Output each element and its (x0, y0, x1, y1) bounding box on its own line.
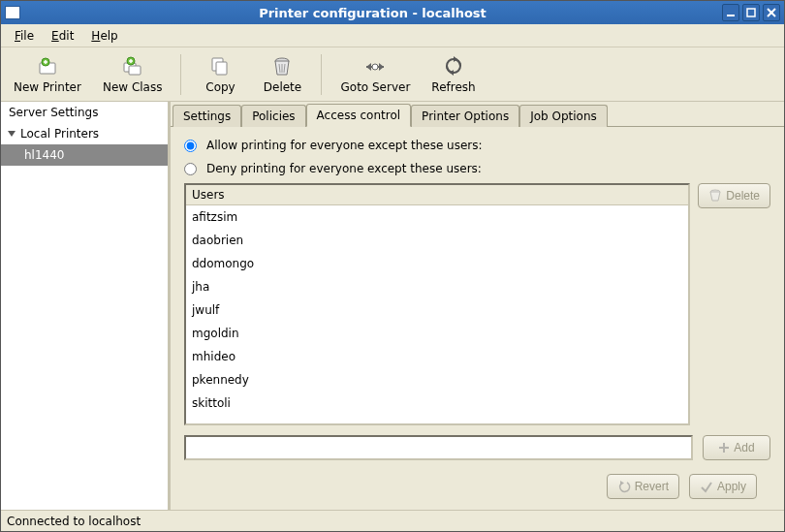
sidebar-item-printer[interactable]: hl1440 (1, 144, 168, 166)
trash-icon (708, 189, 722, 203)
trash-icon (271, 55, 293, 78)
copy-button[interactable]: Copy (191, 50, 249, 99)
tab-access-control[interactable]: Access control (306, 104, 412, 127)
delete-button-toolbar[interactable]: Delete (253, 50, 311, 99)
menu-bar: File Edit Help (1, 24, 784, 47)
tab-printer-options[interactable]: Printer Options (411, 105, 519, 127)
copy-label: Copy (205, 80, 235, 94)
new-class-button[interactable]: New Class (94, 50, 172, 99)
new-printer-button[interactable]: New Printer (5, 50, 90, 99)
revert-label: Revert (635, 480, 669, 493)
users-header: Users (186, 185, 688, 205)
revert-button[interactable]: Revert (607, 474, 679, 499)
copy-icon (209, 55, 231, 78)
user-row[interactable]: mhideo (186, 345, 688, 368)
user-row[interactable]: skittoli (186, 391, 688, 415)
toolbar-separator (321, 54, 322, 95)
toolbar-separator (180, 54, 181, 95)
menu-file[interactable]: File (9, 27, 40, 45)
user-row[interactable]: mgoldin (186, 322, 688, 345)
minimize-icon (726, 8, 736, 17)
tab-job-options[interactable]: Job Options (519, 105, 608, 127)
tab-settings[interactable]: Settings (173, 105, 241, 127)
new-class-icon (122, 55, 143, 78)
user-row[interactable]: jwulf (186, 298, 688, 322)
allow-radio-row[interactable]: Allow printing for everyone except these… (184, 137, 770, 154)
deny-radio[interactable] (184, 163, 197, 175)
tab-policies[interactable]: Policies (241, 105, 305, 127)
allow-radio-label: Allow printing for everyone except these… (206, 139, 483, 152)
user-row[interactable]: afitzsim (186, 205, 688, 229)
refresh-label: Refresh (431, 80, 475, 94)
user-row[interactable]: jha (186, 275, 688, 298)
sidebar-item-local-printers[interactable]: Local Printers (1, 123, 168, 144)
allow-radio[interactable] (184, 140, 197, 152)
goto-server-icon (363, 55, 387, 78)
maximize-icon (746, 8, 756, 17)
user-row[interactable]: ddomongo (186, 252, 688, 275)
delete-user-button[interactable]: Delete (698, 183, 770, 208)
apply-button[interactable]: Apply (689, 474, 757, 499)
delete-user-label: Delete (726, 189, 760, 203)
new-user-input[interactable] (184, 435, 693, 460)
svg-marker-25 (8, 131, 16, 137)
menu-help[interactable]: Help (85, 27, 123, 45)
close-icon (767, 8, 776, 17)
expander-icon (7, 129, 16, 139)
svg-rect-1 (747, 9, 755, 16)
svg-point-22 (372, 64, 378, 70)
revert-icon (617, 480, 631, 493)
sidebar-local-printers-label: Local Printers (20, 127, 99, 141)
svg-marker-20 (366, 63, 371, 71)
svg-marker-29 (620, 481, 624, 485)
deny-radio-row[interactable]: Deny printing for everyone except these … (184, 160, 770, 177)
add-icon (718, 442, 730, 454)
sidebar: Server Settings Local Printers hl1440 (1, 102, 170, 510)
svg-rect-0 (727, 15, 735, 16)
new-printer-label: New Printer (14, 80, 81, 94)
tab-body: Allow printing for everyone except these… (171, 127, 784, 510)
add-user-label: Add (734, 441, 754, 454)
refresh-icon (443, 55, 464, 78)
window-title: Printer configuration - localhost (26, 6, 719, 20)
tab-bar: Settings Policies Access control Printer… (171, 102, 784, 127)
svg-marker-24 (450, 70, 454, 76)
main-pane: Settings Policies Access control Printer… (170, 102, 784, 510)
apply-icon (700, 480, 713, 493)
svg-rect-9 (129, 66, 141, 75)
status-bar: Connected to localhost (1, 510, 784, 531)
delete-label: Delete (264, 80, 301, 94)
goto-server-label: Goto Server (340, 80, 410, 94)
apply-label: Apply (717, 480, 746, 493)
deny-radio-label: Deny printing for everyone except these … (206, 162, 482, 175)
title-bar: Printer configuration - localhost (1, 1, 784, 24)
svg-rect-14 (216, 62, 227, 75)
sidebar-item-server-settings[interactable]: Server Settings (1, 102, 168, 123)
add-user-button[interactable]: Add (703, 435, 770, 460)
goto-server-button[interactable]: Goto Server (331, 50, 419, 99)
new-printer-icon (37, 55, 58, 78)
users-list[interactable]: Users afitzsim daobrien ddomongo jha jwu… (184, 183, 690, 425)
app-icon (5, 6, 20, 19)
close-button[interactable] (763, 4, 780, 21)
user-row[interactable]: daobrien (186, 229, 688, 252)
new-class-label: New Class (103, 80, 163, 94)
user-row[interactable]: pkennedy (186, 368, 688, 391)
svg-marker-21 (379, 63, 384, 71)
minimize-button[interactable] (722, 4, 739, 21)
status-text: Connected to localhost (7, 515, 141, 528)
menu-edit[interactable]: Edit (46, 27, 79, 45)
maximize-button[interactable] (742, 4, 760, 21)
toolbar: New Printer New Class Copy Delete (1, 47, 784, 102)
refresh-button[interactable]: Refresh (423, 50, 484, 99)
